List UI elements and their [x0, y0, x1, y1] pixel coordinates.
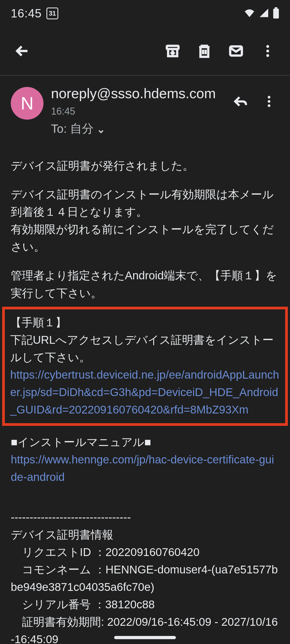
wifi-icon [244, 7, 255, 20]
svg-point-5 [266, 50, 269, 53]
cert-validity: 証明書有効期間: 2022/09/16-16:45:09 - 2027/10/1… [11, 613, 279, 644]
mark-unread-button[interactable] [221, 36, 251, 66]
to-value: 自分 [70, 121, 94, 137]
step1-text: 下記URLへアクセスしデバイス証明書をインストールして下さい。 [10, 331, 280, 366]
status-bar: 16:45 31 [0, 0, 290, 27]
body-p3: 管理者より指定されたAndroid端末で、【手順１】を実行して下さい。 [11, 267, 279, 302]
cert-common-name: コモンネーム ：HENNGE-domuser4-(ua7e51577bbe949… [11, 561, 279, 596]
step1-link[interactable]: https://cybertrust.deviceid.ne.jp/ee/and… [10, 368, 279, 416]
svg-point-9 [268, 104, 270, 107]
manual-header: ■インストールマニュアル■ [11, 433, 279, 451]
sender-email[interactable]: noreply@ssso.hdems.com [51, 85, 216, 101]
manual-link[interactable]: https://www.hennge.com/jp/hac-device-cer… [11, 453, 274, 483]
recipients-toggle[interactable]: To: 自分 [51, 121, 220, 137]
svg-point-8 [268, 100, 270, 103]
svg-rect-1 [275, 7, 278, 9]
step1-title: 【手順１】 [10, 314, 280, 331]
separator-top: -------------------------------- [11, 508, 279, 526]
archive-button[interactable] [158, 36, 187, 66]
reply-button[interactable] [227, 88, 254, 115]
cert-request-id: リクエストID ：202209160760420 [11, 543, 279, 561]
app-bar [0, 27, 290, 75]
status-time: 16:45 [11, 7, 42, 20]
svg-rect-0 [273, 9, 279, 19]
message-more-button[interactable] [256, 88, 282, 115]
svg-point-7 [268, 96, 270, 98]
more-options-button[interactable] [253, 36, 282, 66]
battery-icon [273, 7, 279, 20]
email-body: デバイス証明書が発行されました。 デバイス証明書のインストール有効期限は本メール… [0, 142, 290, 644]
calendar-icon: 31 [46, 8, 58, 19]
body-p2b: 有効期限が切れる前にインストールを完了してください。 [11, 221, 279, 255]
message-header: N noreply@ssso.hdems.com 16:45 To: 自分 [0, 76, 290, 142]
body-p1: デバイス証明書が発行されました。 [11, 157, 279, 174]
cert-info-header: デバイス証明書情報 [11, 526, 279, 543]
nav-handle[interactable] [114, 636, 176, 639]
sent-time: 16:45 [51, 106, 75, 117]
avatar[interactable]: N [11, 87, 44, 120]
body-p2a: デバイス証明書のインストール有効期限は本メール到着後１４日となります。 [11, 186, 279, 221]
step1-highlight: 【手順１】 下記URLへアクセスしデバイス証明書をインストールして下さい。 ht… [2, 307, 288, 426]
svg-rect-2 [167, 46, 179, 49]
cert-serial: シリアル番号 ：38120c88 [11, 596, 279, 613]
back-button[interactable] [8, 36, 37, 66]
svg-point-4 [266, 45, 269, 48]
chevron-down-icon [97, 125, 105, 133]
cellular-icon [259, 8, 269, 19]
to-prefix: To: [51, 122, 67, 136]
svg-point-6 [266, 54, 269, 57]
delete-button[interactable] [190, 36, 219, 66]
